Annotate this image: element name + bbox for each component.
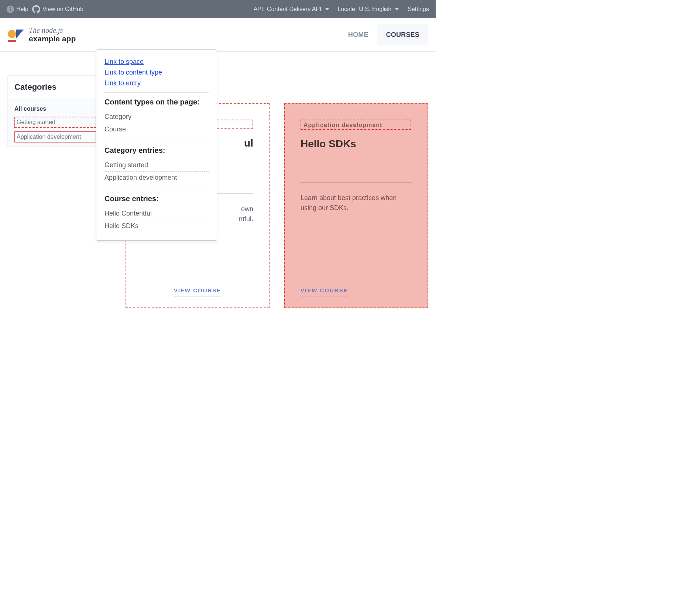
sidebar-title: Categories bbox=[8, 76, 103, 99]
help-label: Help bbox=[16, 6, 28, 13]
chevron-down-icon bbox=[395, 8, 399, 10]
category-entry-item[interactable]: Application development bbox=[104, 172, 209, 184]
course-entry-item[interactable]: Hello SDKs bbox=[104, 220, 209, 232]
svg-point-1 bbox=[10, 7, 11, 8]
course-category-box: Application development bbox=[301, 120, 411, 130]
api-label: API: bbox=[254, 6, 265, 13]
svg-point-3 bbox=[8, 30, 16, 38]
logo-icon bbox=[7, 27, 24, 43]
view-course-link[interactable]: VIEW COURSE bbox=[301, 287, 348, 296]
category-entries-heading: Category entries: bbox=[104, 146, 209, 155]
github-label: View on GitHub bbox=[42, 6, 83, 13]
locale-value: U.S. English bbox=[359, 6, 391, 13]
course-description: Learn about best practices when using ou… bbox=[301, 193, 412, 213]
popover-divider bbox=[104, 189, 209, 189]
course-title: Hello SDKs bbox=[301, 138, 412, 150]
popover-divider bbox=[104, 141, 209, 141]
content-type-item[interactable]: Course bbox=[104, 123, 209, 135]
brand-line1: The node.js bbox=[29, 26, 76, 34]
svg-marker-4 bbox=[16, 30, 24, 38]
link-to-content-type[interactable]: Link to content type bbox=[104, 69, 209, 76]
course-card[interactable]: Application development Hello SDKs Learn… bbox=[284, 103, 428, 308]
svg-rect-2 bbox=[10, 8, 11, 11]
categories-sidebar: Categories All courses Getting started A… bbox=[7, 75, 103, 147]
brand-logo[interactable]: The node.js example app bbox=[7, 26, 76, 43]
view-course-link[interactable]: VIEW COURSE bbox=[174, 287, 222, 296]
info-icon bbox=[7, 6, 14, 13]
api-selector[interactable]: API: Content Delivery API bbox=[254, 6, 329, 13]
locale-selector[interactable]: Locale: U.S. English bbox=[338, 6, 399, 13]
api-value: Content Delivery API bbox=[267, 6, 322, 13]
content-types-heading: Content types on the page: bbox=[104, 98, 209, 106]
card-divider bbox=[301, 182, 412, 183]
link-to-entry[interactable]: Link to entry bbox=[104, 79, 209, 87]
nav-courses[interactable]: COURSES bbox=[377, 24, 428, 45]
category-entry-item[interactable]: Getting started bbox=[104, 159, 209, 172]
app-header: The node.js example app HOME COURSES bbox=[0, 18, 436, 52]
editorial-popover: Link to space Link to content type Link … bbox=[96, 49, 217, 241]
course-entry-item[interactable]: Hello Contentful bbox=[104, 207, 209, 220]
sidebar-category-application-development[interactable]: Application development bbox=[14, 131, 96, 142]
github-link[interactable]: View on GitHub bbox=[32, 5, 83, 13]
link-to-space[interactable]: Link to space bbox=[104, 58, 209, 66]
course-desc-fragment-1: own bbox=[241, 205, 253, 213]
help-link[interactable]: Help bbox=[7, 6, 28, 13]
sidebar-all-courses[interactable]: All courses bbox=[8, 99, 103, 114]
locale-label: Locale: bbox=[338, 6, 357, 13]
popover-divider bbox=[104, 92, 209, 93]
settings-label: Settings bbox=[408, 6, 429, 13]
brand-line2: example app bbox=[29, 34, 76, 43]
course-desc-fragment-2: ntful. bbox=[239, 215, 253, 223]
course-entries-heading: Course entries: bbox=[104, 195, 209, 203]
sidebar-category-getting-started[interactable]: Getting started bbox=[14, 117, 96, 128]
main-nav: HOME COURSES bbox=[339, 24, 428, 45]
course-category-label: Application development bbox=[303, 122, 382, 128]
content-type-item[interactable]: Category bbox=[104, 111, 209, 123]
nav-home[interactable]: HOME bbox=[339, 24, 377, 45]
chevron-down-icon bbox=[325, 8, 329, 10]
svg-rect-5 bbox=[8, 40, 16, 42]
settings-link[interactable]: Settings bbox=[408, 6, 429, 13]
top-bar: Help View on GitHub API: Content Deliver… bbox=[0, 0, 436, 18]
github-icon bbox=[32, 5, 40, 13]
